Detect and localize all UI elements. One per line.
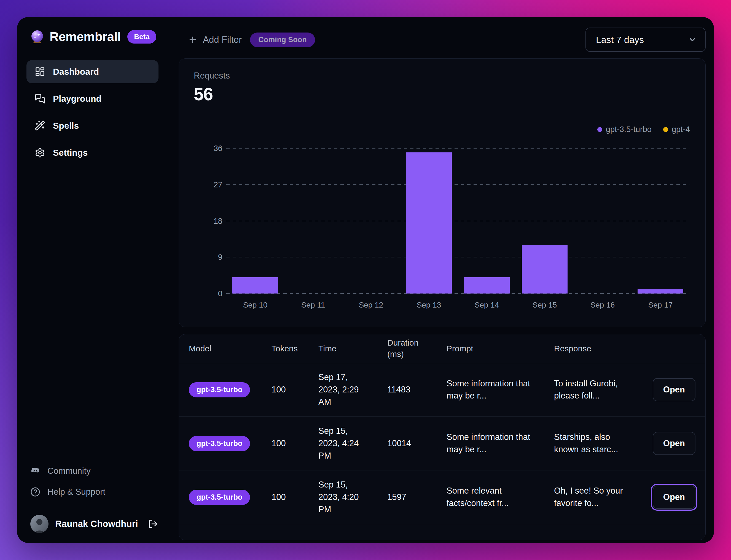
- discord-icon: [30, 466, 40, 476]
- gridline: [226, 148, 689, 149]
- tokens-cell: 100: [272, 492, 318, 502]
- response-cell: Oh, I see! So your favorite fo...: [554, 485, 632, 510]
- legend-dot-icon: [597, 127, 602, 132]
- open-button[interactable]: Open: [653, 432, 695, 455]
- column-header-model: Model: [189, 344, 272, 353]
- sidebar-item-community[interactable]: Community: [30, 462, 158, 480]
- chat-bubbles-icon: [35, 93, 45, 104]
- stat-label: Requests: [194, 71, 230, 81]
- prompt-cell: Some information that may be r...: [447, 378, 531, 402]
- column-header-tokens: Tokens: [272, 344, 318, 353]
- time-cell: Sep 15, 2023, 4:20 PM: [318, 479, 364, 516]
- sidebar-item-settings[interactable]: Settings: [26, 141, 158, 164]
- footer-item-label: Community: [47, 466, 91, 476]
- legend-item: gpt-4: [663, 125, 690, 134]
- topbar: Add Filter Coming Soon Last 7 days: [168, 17, 714, 52]
- duration-cell: 10014: [387, 438, 447, 448]
- gridline: [226, 221, 689, 221]
- app-title: Remembrall: [50, 29, 121, 44]
- legend-dot-icon: [663, 127, 668, 132]
- column-header-duration: Duration (ms): [387, 337, 447, 360]
- sidebar-item-label: Dashboard: [53, 67, 99, 77]
- response-cell: To install Gurobi, please foll...: [554, 378, 632, 402]
- app-window: Remembrall Beta Dashboard Playground: [17, 17, 714, 543]
- table-row: gpt-3.5-turbo 100 Sep 15, 2023, 4:20 PM …: [179, 470, 705, 524]
- tokens-cell: 100: [272, 438, 318, 448]
- date-range-select[interactable]: Last 7 days: [585, 28, 706, 52]
- legend-label: gpt-3.5-turbo: [606, 125, 652, 134]
- open-button[interactable]: Open: [653, 378, 695, 401]
- chart-y-axis: 09182736: [190, 148, 222, 294]
- crystal-ball-icon: [30, 29, 45, 44]
- requests-table-card: Model Tokens Time Duration (ms) Prompt R…: [179, 334, 706, 540]
- chevron-down-icon: [688, 35, 697, 44]
- table-row-partial: [179, 524, 705, 540]
- response-cell: Starships, also known as starc...: [554, 431, 632, 456]
- x-tick-label: Sep 10: [226, 301, 284, 309]
- chart-bar: [232, 277, 278, 294]
- user-avatar: [30, 515, 49, 533]
- requests-chart-card: Requests 56 gpt-3.5-turbogpt-4 09182736 …: [179, 58, 706, 327]
- column-header-time: Time: [318, 344, 387, 353]
- magic-wand-icon: [35, 120, 45, 131]
- duration-cell: 11483: [387, 385, 447, 395]
- beta-badge: Beta: [127, 30, 156, 44]
- gear-icon: [35, 147, 45, 158]
- y-tick-label: 36: [214, 144, 222, 153]
- chart-legend: gpt-3.5-turbogpt-4: [597, 125, 690, 134]
- x-tick-label: Sep 14: [458, 301, 516, 309]
- y-tick-label: 0: [218, 289, 222, 298]
- x-tick-label: Sep 16: [574, 301, 631, 309]
- logo-row: Remembrall Beta: [26, 29, 158, 44]
- prompt-cell: Some information that may be r...: [447, 431, 531, 456]
- plus-icon: [188, 35, 197, 44]
- duration-cell: 1597: [387, 492, 447, 502]
- add-filter-button[interactable]: Add Filter: [188, 34, 242, 45]
- column-header-response: Response: [554, 344, 652, 353]
- gridline: [226, 257, 689, 257]
- table-header-row: Model Tokens Time Duration (ms) Prompt R…: [179, 334, 705, 363]
- model-badge: gpt-3.5-turbo: [189, 436, 250, 451]
- chart-plot: [226, 148, 689, 294]
- column-header-prompt: Prompt: [447, 344, 554, 353]
- x-tick-label: Sep 12: [342, 301, 400, 309]
- x-tick-label: Sep 17: [631, 301, 689, 309]
- gridline: [226, 293, 689, 294]
- gridline: [226, 184, 689, 185]
- model-badge: gpt-3.5-turbo: [189, 382, 250, 397]
- x-tick-label: Sep 13: [400, 301, 458, 309]
- chart-bar: [638, 289, 683, 294]
- tokens-cell: 100: [272, 385, 318, 395]
- sidebar-item-label: Playground: [53, 94, 101, 104]
- prompt-cell: Some relevant facts/⁠context fr...: [447, 485, 531, 510]
- stat-value: 56: [194, 84, 230, 104]
- coming-soon-badge: Coming Soon: [250, 33, 315, 47]
- sidebar-item-spells[interactable]: Spells: [26, 114, 158, 137]
- legend-item: gpt-3.5-turbo: [597, 125, 652, 134]
- x-tick-label: Sep 11: [284, 301, 342, 309]
- help-circle-icon: [30, 487, 40, 497]
- open-button[interactable]: Open: [653, 486, 695, 509]
- user-name: Raunak Chowdhuri: [55, 519, 138, 529]
- model-badge: gpt-3.5-turbo: [189, 490, 250, 505]
- chart-bar: [522, 245, 567, 294]
- y-tick-label: 9: [218, 253, 222, 262]
- date-range-value: Last 7 days: [596, 34, 644, 45]
- chart-x-axis: Sep 10Sep 11Sep 12Sep 13Sep 14Sep 15Sep …: [226, 301, 689, 312]
- user-row[interactable]: Raunak Chowdhuri: [30, 512, 158, 533]
- y-tick-label: 27: [214, 180, 222, 189]
- footer-item-label: Help & Support: [47, 487, 105, 497]
- sidebar-item-dashboard[interactable]: Dashboard: [26, 60, 158, 83]
- table-row: gpt-3.5-turbo 100 Sep 15, 2023, 4:24 PM …: [179, 417, 705, 470]
- logout-button[interactable]: [148, 519, 158, 529]
- requests-stat: Requests 56: [194, 71, 230, 104]
- y-tick-label: 18: [214, 216, 222, 225]
- sidebar-nav: Dashboard Playground Spells: [26, 60, 158, 164]
- time-cell: Sep 15, 2023, 4:24 PM: [318, 425, 364, 462]
- sidebar-item-help-support[interactable]: Help & Support: [30, 483, 158, 501]
- sidebar-footer: Community Help & Support: [26, 462, 158, 533]
- dashboard-icon: [35, 66, 45, 77]
- sidebar-item-playground[interactable]: Playground: [26, 87, 158, 110]
- chart-bar: [406, 152, 451, 294]
- sidebar-item-label: Settings: [53, 148, 88, 158]
